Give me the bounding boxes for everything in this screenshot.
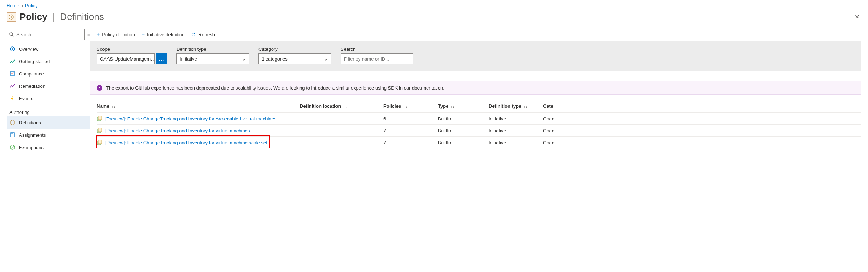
plus-icon: + [142,31,145,38]
sidebar-item-label: Overview [19,46,38,52]
events-icon [9,95,15,101]
col-policies[interactable]: Policies ↑↓ [383,101,438,113]
collapse-sidebar-icon[interactable]: « [87,32,90,37]
info-icon [97,85,102,91]
sort-icon: ↑↓ [111,104,115,108]
close-icon[interactable]: ✕ [852,11,861,22]
sidebar-item-label: Compliance [19,71,44,77]
definition-link[interactable]: [Preview]: Enable ChangeTracking and Inv… [105,140,270,145]
toolbar-label: Initiative definition [147,32,184,37]
sidebar-item-assignments[interactable]: Assignments [7,129,90,141]
more-actions-icon[interactable]: ··· [112,14,118,20]
sidebar-search-input[interactable] [16,32,82,38]
sidebar: « Overview Getting started Compliance Re… [7,29,90,153]
toolbar-label: Policy definition [102,32,135,37]
page-title: Policy [20,11,48,22]
svg-rect-18 [98,140,102,144]
svg-marker-0 [9,15,13,20]
sidebar-item-label: Events [19,96,33,101]
cell-policies: 7 [383,137,438,149]
cell-location [300,125,383,137]
col-location[interactable]: Definition location ↑↓ [300,101,383,113]
sidebar-item-label: Getting started [19,59,50,64]
chevron-down-icon: ⌄ [324,56,328,62]
cell-policies: 7 [383,125,438,137]
sidebar-section-authoring: Authoring [9,110,90,115]
sidebar-item-compliance[interactable]: Compliance [7,67,90,80]
scope-picker-button[interactable]: … [156,53,167,64]
svg-line-3 [12,35,14,37]
refresh-button[interactable]: Refresh [191,32,215,37]
compliance-icon [9,71,15,77]
initiative-icon [97,116,102,121]
refresh-icon [191,32,196,37]
cell-location [300,137,383,149]
toolbar-label: Refresh [198,32,215,37]
sort-icon: ↑↓ [451,104,455,108]
cell-policies: 6 [383,113,438,125]
sidebar-item-definitions[interactable]: Definitions [7,116,90,129]
cell-category: Chan [543,113,861,125]
cell-deftype: Initiative [489,125,543,137]
col-type[interactable]: Type ↑↓ [438,101,489,113]
definition-link[interactable]: [Preview]: Enable ChangeTracking and Inv… [105,128,250,133]
breadcrumb-policy[interactable]: Policy [25,3,38,8]
cell-deftype: Initiative [489,113,543,125]
add-policy-definition-button[interactable]: + Policy definition [97,31,135,38]
svg-rect-16 [98,128,102,132]
sort-icon: ↑↓ [403,104,407,108]
sidebar-item-remediation[interactable]: Remediation [7,80,90,92]
cell-type: BuiltIn [438,137,489,149]
chevron-right-icon: › [21,3,23,8]
sidebar-item-label: Assignments [19,132,46,138]
cell-category: Chan [543,137,861,149]
cell-type: BuiltIn [438,125,489,137]
notice-text: The export to GitHub experience has been… [106,85,444,91]
category-select[interactable]: 1 categories ⌄ [258,53,331,64]
sidebar-item-events[interactable]: Events [7,92,90,104]
cell-deftype: Initiative [489,137,543,149]
cell-category: Chan [543,125,861,137]
exemptions-icon [9,144,15,150]
table-row[interactable]: [Preview]: Enable ChangeTracking and Inv… [97,137,861,149]
assignments-icon [9,132,15,138]
toolbar: + Policy definition + Initiative definit… [90,29,861,41]
filter-bar: Scope OAAS-UpdateManagem… … Definition t… [90,41,861,71]
getting-started-icon [9,58,15,64]
category-label: Category [258,46,331,52]
sidebar-item-overview[interactable]: Overview [7,43,90,55]
cell-type: BuiltIn [438,113,489,125]
col-deftype[interactable]: Definition type ↑↓ [489,101,543,113]
page-subtitle: Definitions [60,11,104,22]
definition-type-label: Definition type [176,46,249,52]
svg-point-5 [12,48,13,50]
initiative-icon [97,140,102,145]
sort-icon: ↑↓ [523,104,527,108]
sort-icon: ↑↓ [343,104,347,108]
col-category[interactable]: Cate [543,101,861,113]
cell-location [300,113,383,125]
svg-point-1 [11,16,12,18]
definition-link[interactable]: [Preview]: Enable ChangeTracking and Inv… [105,116,276,121]
definitions-icon [9,120,15,125]
definition-type-select[interactable]: Initiative ⌄ [176,53,249,64]
sidebar-search[interactable] [7,29,85,40]
table-row[interactable]: [Preview]: Enable ChangeTracking and Inv… [97,113,861,125]
col-name[interactable]: Name ↑↓ [97,101,300,113]
select-value: Initiative [180,56,197,62]
sidebar-item-label: Exemptions [19,145,44,150]
definitions-table: Name ↑↓ Definition location ↑↓ Policies … [97,101,861,148]
overview-icon [9,46,15,52]
sidebar-item-exemptions[interactable]: Exemptions [7,141,90,153]
breadcrumb-home[interactable]: Home [7,3,19,8]
remediation-icon [9,83,15,89]
table-row[interactable]: [Preview]: Enable ChangeTracking and Inv… [97,125,861,137]
sidebar-item-label: Remediation [19,83,45,89]
svg-rect-6 [11,71,14,76]
filter-search-input[interactable] [341,53,413,64]
plus-icon: + [97,31,100,38]
add-initiative-definition-button[interactable]: + Initiative definition [142,31,185,38]
deprecation-notice: The export to GitHub experience has been… [90,81,861,95]
sidebar-item-getting-started[interactable]: Getting started [7,55,90,67]
scope-field[interactable]: OAAS-UpdateManagem… [97,53,155,64]
